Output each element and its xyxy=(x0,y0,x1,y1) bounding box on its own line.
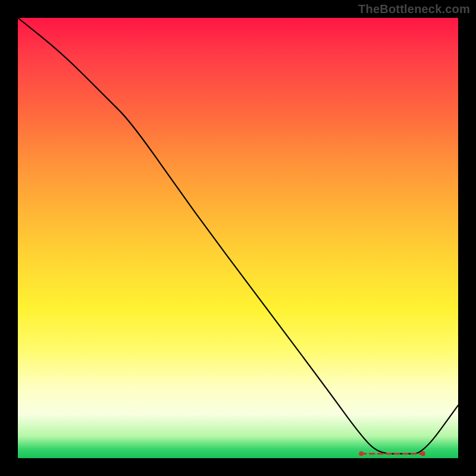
bottleneck-curve xyxy=(18,18,458,454)
chart-frame: TheBottleneck.com xyxy=(0,0,476,476)
curve-svg xyxy=(18,18,458,458)
watermark-text: TheBottleneck.com xyxy=(358,2,470,16)
optimal-region-dot-right xyxy=(421,452,425,456)
optimal-region-dot-left xyxy=(359,452,364,456)
plot-area xyxy=(18,18,458,458)
